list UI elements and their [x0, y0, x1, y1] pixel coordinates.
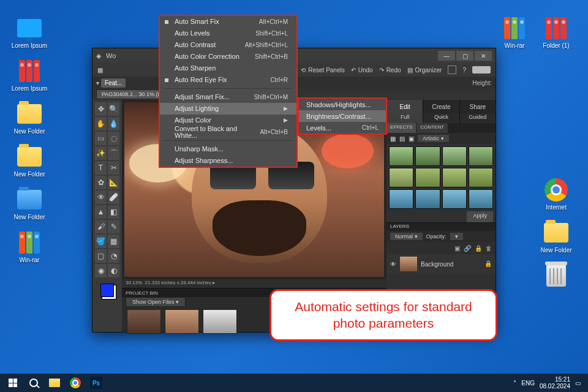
- apply-button[interactable]: Apply: [467, 211, 493, 222]
- styles-icon[interactable]: ▤: [399, 135, 405, 142]
- effect-swatch[interactable]: [389, 189, 413, 209]
- tray-language[interactable]: ENG: [521, 380, 535, 386]
- effect-swatch[interactable]: [442, 168, 467, 187]
- eyedropper-tool[interactable]: 💧: [108, 117, 119, 130]
- brush-tool[interactable]: 🖌: [95, 220, 107, 233]
- desktop-icon-folder1[interactable]: Folder (1): [538, 16, 575, 49]
- desktop-icon-folder[interactable]: New Folder: [11, 187, 48, 221]
- effect-swatch[interactable]: [389, 168, 413, 187]
- menu-auto-smart-fix[interactable]: Auto Smart FixAlt+Ctrl+M: [160, 16, 296, 28]
- tab-edit[interactable]: Edit: [386, 100, 423, 113]
- taskbar-explorer-button[interactable]: [44, 374, 65, 392]
- effect-swatch[interactable]: [442, 146, 467, 166]
- reset-panels-button[interactable]: ⟲ Reset Panels: [301, 67, 344, 74]
- effect-swatch[interactable]: [442, 189, 467, 209]
- effect-swatch[interactable]: [415, 189, 440, 209]
- submenu-brightness-contrast[interactable]: Brightness/Contrast...: [299, 110, 386, 122]
- submenu-shadows-highlights[interactable]: Shadows/Highlights...: [299, 99, 386, 110]
- menu-auto-contrast[interactable]: Auto ContrastAlt+Shift+Ctrl+L: [160, 39, 296, 51]
- menu-convert-bw[interactable]: Convert to Black and White...Alt+Ctrl+B: [160, 126, 296, 138]
- effect-swatch[interactable]: [415, 146, 440, 166]
- marquee-tool[interactable]: ▭: [95, 132, 107, 145]
- blend-mode-dropdown[interactable]: Normal ▾: [390, 233, 423, 240]
- taskbar-photoshop-button[interactable]: Ps: [86, 374, 107, 392]
- search-pill[interactable]: [472, 66, 491, 74]
- undo-button[interactable]: ↶ Undo: [351, 67, 373, 74]
- clone-stamp-tool[interactable]: ▲: [95, 205, 107, 219]
- effect-swatch[interactable]: [415, 168, 440, 187]
- subtab-quick[interactable]: Quick: [423, 113, 459, 123]
- layer-row-background[interactable]: 👁 Background 🔒: [386, 254, 496, 274]
- feather-chip[interactable]: Feat...: [101, 78, 126, 88]
- lasso-tool[interactable]: ◌: [108, 132, 119, 145]
- effect-swatch[interactable]: [469, 146, 493, 166]
- crop-tool[interactable]: ✂: [108, 161, 119, 175]
- zoom-tool[interactable]: 🔍: [108, 102, 119, 116]
- lock-icon[interactable]: 🔒: [475, 245, 482, 252]
- desktop-icon-folder[interactable]: New Folder: [11, 102, 48, 135]
- delete-layer-icon[interactable]: 🗑: [486, 245, 492, 252]
- menu-placeholder-icon[interactable]: ▦: [97, 67, 103, 74]
- thumbnail[interactable]: [127, 309, 161, 334]
- shape-tool[interactable]: ▢: [95, 249, 107, 263]
- gradient-tool[interactable]: ▦: [108, 235, 119, 248]
- desktop-icon-trash[interactable]: [538, 263, 575, 290]
- visibility-icon[interactable]: 👁: [390, 261, 396, 268]
- filter-gallery-icon[interactable]: ▦: [390, 135, 396, 142]
- notifications-icon[interactable]: ▭: [575, 380, 581, 386]
- hand-tool[interactable]: ✋: [95, 117, 107, 130]
- desktop-icon-winrar[interactable]: Win-rar: [496, 16, 533, 49]
- menu-auto-sharpen[interactable]: Auto Sharpen: [160, 62, 296, 74]
- bucket-tool[interactable]: 🪣: [95, 235, 107, 248]
- window-minimize-button[interactable]: —: [438, 51, 455, 61]
- start-button[interactable]: [2, 374, 23, 392]
- cookie-cutter-tool[interactable]: ✿: [95, 176, 107, 189]
- detail-brush-tool[interactable]: ◐: [108, 264, 119, 277]
- window-maximize-button[interactable]: ▢: [456, 51, 473, 61]
- menu-adjust-sharpness[interactable]: Adjust Sharpness...: [160, 155, 296, 167]
- opacity-dropdown[interactable]: ▾: [450, 233, 463, 240]
- window-close-button[interactable]: ✕: [475, 51, 492, 61]
- effect-swatch[interactable]: [469, 168, 493, 187]
- straighten-tool[interactable]: 📐: [108, 176, 119, 189]
- desktop-icon-binders[interactable]: Lorem Ipsum: [11, 59, 48, 92]
- menu-adjust-smart-fix[interactable]: Adjust Smart Fix...Shift+Ctrl+M: [160, 91, 296, 103]
- desktop-icon-folder[interactable]: New Folder: [11, 145, 48, 178]
- home-icon[interactable]: [448, 66, 456, 74]
- project-bin-dropdown[interactable]: Show Open Files ▾: [126, 297, 186, 307]
- effect-swatch[interactable]: [469, 189, 493, 209]
- help-icon[interactable]: ?: [462, 67, 466, 74]
- tab-share[interactable]: Share: [459, 100, 496, 113]
- tray-overflow-icon[interactable]: ˄: [513, 380, 516, 386]
- sponge-tool[interactable]: ◉: [95, 264, 107, 277]
- panel-tab-effects[interactable]: EFFECTS: [386, 123, 416, 133]
- selection-brush-tool[interactable]: ⌒: [108, 146, 119, 160]
- effects-category-dropdown[interactable]: Artistic ▾: [418, 135, 449, 142]
- subtab-guided[interactable]: Guided: [459, 113, 496, 123]
- menu-unsharp-mask[interactable]: Unsharp Mask...: [160, 143, 296, 155]
- redo-button[interactable]: ↷ Redo: [379, 67, 401, 74]
- menu-auto-red-eye-fix[interactable]: Auto Red Eye FixCtrl+R: [160, 74, 296, 86]
- wand-tool[interactable]: ✨: [95, 146, 107, 160]
- type-tool[interactable]: T: [95, 161, 107, 175]
- menu-auto-color-correction[interactable]: Auto Color CorrectionShift+Ctrl+B: [160, 51, 296, 62]
- healing-brush-tool[interactable]: 🩹: [108, 190, 119, 204]
- smart-brush-tool[interactable]: ✎: [108, 220, 119, 233]
- taskbar-chrome-button[interactable]: [65, 374, 86, 392]
- menu-auto-levels[interactable]: Auto LevelsShift+Ctrl+L: [160, 28, 296, 39]
- link-layers-icon[interactable]: 🔗: [464, 245, 471, 252]
- new-layer-icon[interactable]: ▣: [454, 245, 460, 252]
- desktop-icon-chrome[interactable]: Internet: [538, 178, 575, 211]
- desktop-icon-winrar[interactable]: Win-rar: [11, 230, 48, 263]
- blur-tool[interactable]: ◔: [108, 249, 119, 263]
- thumbnail[interactable]: [203, 309, 237, 334]
- move-tool[interactable]: ✥: [95, 102, 107, 116]
- thumbnail[interactable]: [165, 309, 199, 334]
- submenu-levels[interactable]: Levels...Ctrl+L: [299, 122, 386, 134]
- foreground-color-swatch[interactable]: [100, 284, 114, 297]
- redeye-tool[interactable]: 👁: [95, 190, 107, 204]
- taskbar-search-button[interactable]: [23, 374, 44, 392]
- tray-clock[interactable]: 15:21 08.02.2024: [540, 376, 570, 390]
- photo-effects-icon[interactable]: ▣: [409, 135, 414, 142]
- effect-swatch[interactable]: [389, 146, 413, 166]
